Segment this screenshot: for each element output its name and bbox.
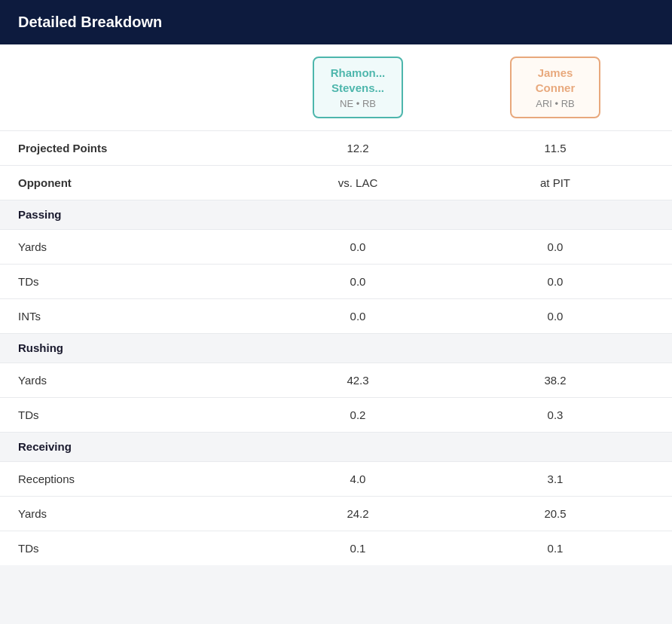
player2-col: James Conner ARI • RB [457, 57, 654, 118]
row-val1-12: 0.1 [259, 542, 457, 555]
data-row-10: Receptions4.03.1 [0, 462, 672, 497]
row-val2-0: 11.5 [457, 142, 654, 154]
row-label-4: TDs [18, 275, 259, 288]
row-val1-11: 24.2 [259, 507, 457, 520]
row-label-7: Yards [18, 374, 259, 387]
row-val1-8: 0.2 [259, 408, 457, 421]
player2-card: James Conner ARI • RB [510, 57, 600, 118]
rows-container: Projected Points12.211.5Opponentvs. LACa… [0, 131, 672, 565]
data-row-11: Yards24.220.5 [0, 497, 672, 531]
row-val1-10: 4.0 [259, 473, 457, 485]
player2-name-line1: James [538, 66, 573, 81]
row-val2-11: 20.5 [457, 507, 654, 520]
section-row-6: Rushing [0, 334, 672, 363]
row-val1-0: 12.2 [259, 142, 457, 154]
row-val2-5: 0.0 [457, 310, 654, 323]
row-label-0: Projected Points [18, 142, 259, 154]
section-row-9: Receiving [0, 433, 672, 462]
page-title: Detailed Breakdown [18, 14, 162, 30]
row-label-1: Opponent [18, 176, 259, 189]
header: Detailed Breakdown [0, 0, 672, 44]
row-val1-5: 0.0 [259, 310, 457, 323]
row-label-5: INTs [18, 310, 259, 323]
row-val1-1: vs. LAC [259, 176, 457, 189]
row-val2-8: 0.3 [457, 408, 654, 421]
data-row-5: INTs0.00.0 [0, 299, 672, 334]
row-label-10: Receptions [18, 473, 259, 485]
row-val2-7: 38.2 [457, 374, 654, 387]
page-container: Detailed Breakdown Rhamon... Stevens... … [0, 0, 672, 565]
player1-meta: NE • RB [340, 98, 376, 109]
player1-name-line1: Rhamon... [331, 66, 386, 81]
row-val2-3: 0.0 [457, 240, 654, 253]
row-val1-3: 0.0 [259, 240, 457, 253]
row-val2-12: 0.1 [457, 542, 654, 555]
row-val2-4: 0.0 [457, 275, 654, 288]
data-row-7: Yards42.338.2 [0, 363, 672, 398]
row-label-8: TDs [18, 408, 259, 421]
section-label-9: Receiving [18, 440, 72, 453]
row-label-12: TDs [18, 542, 259, 555]
player1-col: Rhamon... Stevens... NE • RB [259, 57, 457, 118]
row-val1-4: 0.0 [259, 275, 457, 288]
data-row-12: TDs0.10.1 [0, 531, 672, 565]
data-row-8: TDs0.20.3 [0, 398, 672, 433]
row-val1-7: 42.3 [259, 374, 457, 387]
player2-name-line2: Conner [536, 81, 576, 96]
section-row-2: Passing [0, 200, 672, 230]
player-header-row: Rhamon... Stevens... NE • RB James Conne… [0, 44, 672, 131]
data-row-3: Yards0.00.0 [0, 230, 672, 265]
player1-card: Rhamon... Stevens... NE • RB [313, 57, 403, 118]
section-label-6: Rushing [18, 341, 63, 354]
section-label-2: Passing [18, 208, 62, 221]
row-val2-1: at PIT [457, 176, 654, 189]
data-row-1: Opponentvs. LACat PIT [0, 166, 672, 200]
row-label-11: Yards [18, 507, 259, 520]
row-label-3: Yards [18, 240, 259, 253]
data-row-0: Projected Points12.211.5 [0, 131, 672, 166]
row-val2-10: 3.1 [457, 473, 654, 485]
player2-meta: ARI • RB [536, 98, 575, 109]
data-row-4: TDs0.00.0 [0, 265, 672, 299]
player1-name-line2: Stevens... [331, 81, 384, 96]
table-container: Rhamon... Stevens... NE • RB James Conne… [0, 44, 672, 565]
